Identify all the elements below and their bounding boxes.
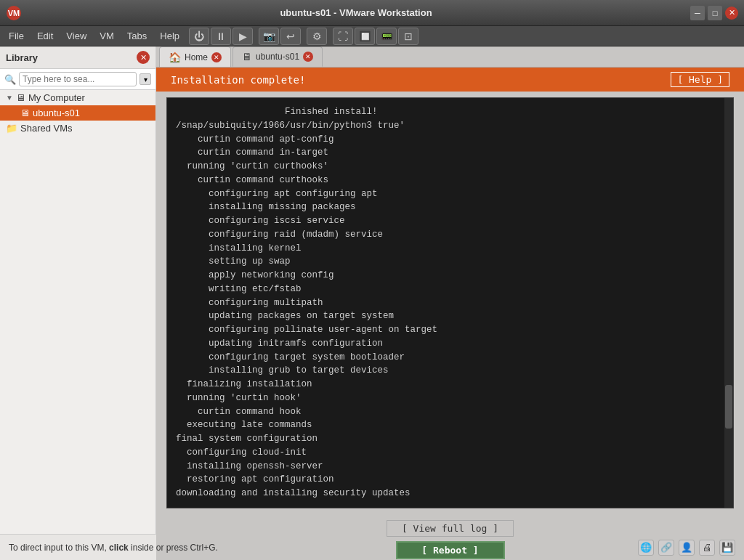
- sidebar-close-button[interactable]: ✕: [137, 51, 150, 64]
- terminal-line-24: final system configuration: [176, 432, 724, 446]
- installation-banner: Installation complete! [ Help ]: [156, 68, 744, 92]
- status-text-before: To direct input to this VM,: [9, 543, 109, 553]
- installation-status-text: Installation complete!: [171, 74, 305, 86]
- toolbar-group2: 📷 ↩: [259, 28, 301, 45]
- search-dropdown-button[interactable]: ▾: [140, 73, 151, 85]
- terminal-line-26: installing openssh-server: [176, 460, 724, 474]
- tab-ubuntu-close-button[interactable]: ✕: [303, 52, 313, 62]
- search-box: 🔍 ▾: [0, 69, 155, 90]
- statusbar-message: To direct input to this VM, click inside…: [9, 543, 218, 553]
- power-button[interactable]: ⏻: [189, 28, 209, 45]
- terminal-line-22: curtin command hook: [176, 405, 724, 419]
- toolbar-group3: ⚙: [307, 28, 327, 45]
- terminal-line-28: downloading and installing security upda…: [176, 487, 724, 500]
- help-button[interactable]: [ Help ]: [671, 72, 729, 87]
- terminal-scrollbar[interactable]: [724, 98, 733, 508]
- computer-icon: 🖥: [16, 92, 25, 103]
- window-title: ubuntu-s01 - VMware Workstation: [22, 7, 690, 18]
- play-button[interactable]: ▶: [232, 28, 253, 45]
- toolbar: ⏻ ⏸ ▶: [189, 28, 253, 45]
- terminal-line-10: installing kernel: [176, 242, 724, 256]
- console-button[interactable]: 📟: [376, 28, 397, 45]
- sidebar-header: Library ✕: [0, 46, 155, 69]
- terminal-line-0: Finished install!: [176, 105, 724, 119]
- suspend-button[interactable]: ⏸: [211, 28, 231, 45]
- print-status-icon[interactable]: 🖨: [699, 540, 715, 556]
- connection-status-icon[interactable]: 🔗: [658, 540, 674, 556]
- search-input[interactable]: [19, 72, 137, 86]
- statusbar-icons: 🌐 🔗 👤 🖨 💾: [638, 540, 735, 556]
- fullscreen-button[interactable]: ⛶: [333, 28, 353, 45]
- tab-home-close-button[interactable]: ✕: [211, 52, 222, 62]
- terminal-line-14: configuring multipath: [176, 296, 724, 310]
- terminal-line-12: apply networking config: [176, 269, 724, 283]
- sidebar-title: Library: [6, 52, 38, 63]
- terminal-line-5: curtin command curthooks: [176, 174, 724, 187]
- titlebar: VM ubuntu-s01 - VMware Workstation ─ □ ✕: [0, 0, 744, 26]
- sidebar-item-shared-vms[interactable]: 📁 Shared VMs: [0, 121, 155, 136]
- window-controls: ─ □ ✕: [690, 6, 738, 20]
- terminal-line-9: configuring raid (mdadm) service: [176, 228, 724, 242]
- shared-vms-label: Shared VMs: [20, 123, 73, 134]
- menu-edit[interactable]: Edit: [31, 28, 59, 44]
- user-status-icon[interactable]: 👤: [679, 540, 695, 556]
- status-text-after: inside or press Ctrl+G.: [129, 543, 218, 553]
- terminal-line-15: updating packages on target system: [176, 309, 724, 323]
- home-tab-icon: 🏠: [169, 52, 181, 63]
- tab-ubuntu-label: ubuntu-s01: [256, 52, 299, 62]
- maximize-button[interactable]: □: [708, 6, 722, 20]
- minimize-button[interactable]: ─: [690, 6, 705, 20]
- sidebar-item-ubuntu-s01[interactable]: 🖥 ubuntu-s01: [0, 105, 155, 121]
- scrollbar-thumb[interactable]: [725, 385, 732, 429]
- close-button[interactable]: ✕: [725, 7, 738, 20]
- tab-home[interactable]: 🏠 Home ✕: [159, 46, 231, 67]
- terminal-line-13: writing etc/fstab: [176, 283, 724, 296]
- toolbar-group4: ⛶ 🔲 📟 ⊡: [333, 28, 418, 45]
- menu-file[interactable]: File: [3, 28, 30, 44]
- storage-status-icon[interactable]: 💾: [719, 540, 735, 556]
- terminal-line-4: running 'curtin curthooks': [176, 160, 724, 174]
- terminal-line-6: configuring apt configuring apt: [176, 187, 724, 201]
- share-button[interactable]: ⊡: [398, 28, 418, 45]
- terminal-line-19: installing grub to target devices: [176, 364, 724, 378]
- terminal-line-18: configuring target system bootloader: [176, 351, 724, 365]
- terminal-output[interactable]: Finished install! /snap/subiquity/1966/u…: [166, 97, 734, 508]
- terminal-line-23: executing late commands: [176, 418, 724, 432]
- network-status-icon[interactable]: 🌐: [638, 540, 654, 556]
- vm-icon: 🖥: [20, 107, 30, 118]
- reboot-button[interactable]: [ Reboot ]: [396, 541, 505, 559]
- terminal-line-11: setting up swap: [176, 255, 724, 269]
- main-layout: Library ✕ 🔍 ▾ ▼ 🖥 My Computer 🖥 ubuntu-s…: [0, 46, 744, 534]
- snapshot-button[interactable]: 📷: [259, 28, 279, 45]
- view-log-button[interactable]: [ View full log ]: [387, 520, 514, 537]
- ubuntu-vm-label: ubuntu-s01: [33, 107, 80, 118]
- revert-button[interactable]: ↩: [280, 28, 301, 45]
- menubar: File Edit View VM Tabs Help ⏻ ⏸ ▶ 📷 ↩ ⚙ …: [0, 26, 744, 46]
- menu-view[interactable]: View: [60, 28, 92, 44]
- terminal-line-21: running 'curtin hook': [176, 391, 724, 405]
- ubuntu-tab-icon: 🖥: [242, 51, 252, 62]
- terminal-line-27: restoring apt configuration: [176, 473, 724, 487]
- vmtools-button[interactable]: ⚙: [307, 28, 327, 45]
- terminal-line-8: configuring iscsi service: [176, 214, 724, 228]
- my-computer-label: My Computer: [28, 92, 85, 103]
- tab-ubuntu[interactable]: 🖥 ubuntu-s01 ✕: [232, 46, 323, 67]
- unity-button[interactable]: 🔲: [355, 28, 375, 45]
- terminal-line-2: curtin command apt-config: [176, 133, 724, 147]
- tab-home-label: Home: [185, 52, 208, 62]
- menu-tabs[interactable]: Tabs: [121, 28, 153, 44]
- menu-vm[interactable]: VM: [94, 28, 120, 44]
- expand-arrow-icon: ▼: [6, 94, 13, 102]
- tab-bar: 🏠 Home ✕ 🖥 ubuntu-s01 ✕: [156, 46, 744, 67]
- search-icon: 🔍: [4, 74, 16, 85]
- terminal-line-7: installing missing packages: [176, 200, 724, 214]
- terminal-line-20: finalizing installation: [176, 378, 724, 391]
- terminal-line-25: configuring cloud-init: [176, 446, 724, 460]
- terminal-line-17: updating initramfs configuration: [176, 337, 724, 351]
- sidebar: Library ✕ 🔍 ▾ ▼ 🖥 My Computer 🖥 ubuntu-s…: [0, 46, 156, 534]
- svg-text:VM: VM: [8, 9, 20, 17]
- sidebar-item-my-computer[interactable]: ▼ 🖥 My Computer: [0, 90, 155, 105]
- status-click-text: click: [109, 543, 129, 553]
- vm-content: Installation complete! [ Help ] Finished…: [156, 67, 744, 560]
- menu-help[interactable]: Help: [154, 28, 185, 44]
